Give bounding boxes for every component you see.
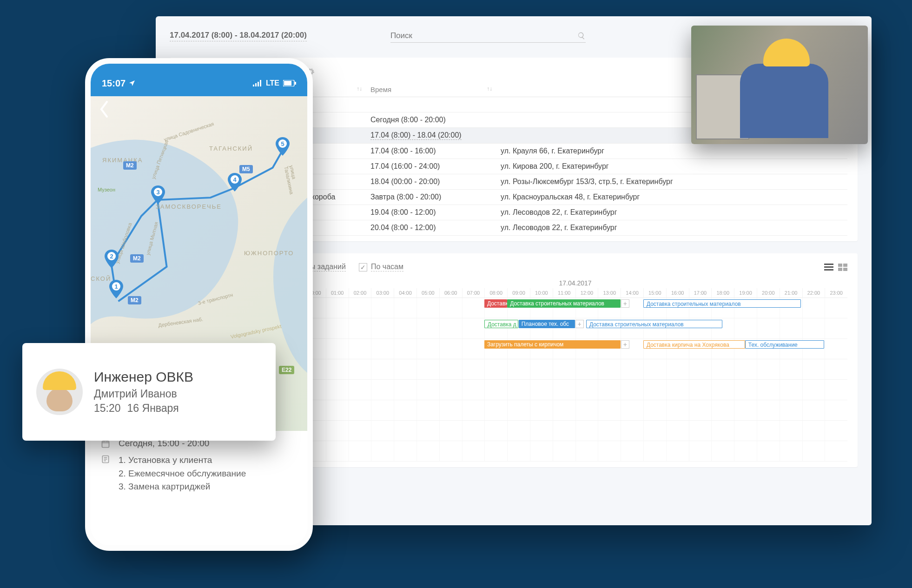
svg-text:1: 1 — [114, 283, 118, 290]
sort-icon[interactable]: ↑↓ — [357, 86, 362, 93]
location-arrow-icon — [128, 79, 136, 87]
gantt-row[interactable]: Доставка дПлановое тех. обсДоставка стро… — [303, 318, 847, 339]
add-task-button[interactable]: + — [621, 299, 629, 308]
search-input[interactable] — [390, 29, 577, 42]
date-range-picker[interactable]: 17.04.2017 (8:00) - 18.04.2017 (20:00) — [170, 31, 307, 41]
engineer-role: Инженер ОВКВ — [94, 369, 193, 385]
gantt-bar[interactable]: Загрузить палеты с кирпичом — [484, 340, 621, 349]
checkbox-icon — [359, 263, 367, 271]
task-time: 17.04 (16:00 - 24:00) — [370, 162, 501, 171]
svg-rect-8 — [255, 83, 257, 86]
svg-rect-9 — [258, 82, 259, 86]
poi-label: Музеон — [98, 187, 115, 192]
task-address: ул. Крауля 66, г. Екатеринбург — [501, 147, 843, 155]
search-icon — [577, 32, 586, 40]
add-task-button[interactable]: + — [575, 320, 584, 328]
hour-cell: 13:00 — [598, 288, 621, 297]
hour-cell: 07:00 — [462, 288, 485, 297]
district-label: ТАГАНСКИЙ — [209, 145, 253, 152]
hour-cell: 14:00 — [621, 288, 643, 297]
col-time-header[interactable]: Время — [370, 86, 391, 93]
timeline-date: 17.04.2017 — [303, 278, 847, 288]
hour-cell: 10:00 — [530, 288, 553, 297]
svg-text:3: 3 — [156, 189, 159, 196]
signal-icon — [253, 80, 262, 86]
back-button[interactable] — [98, 100, 110, 120]
global-search[interactable] — [390, 29, 586, 43]
road-badge: М2 — [123, 161, 137, 170]
svg-rect-1 — [824, 266, 833, 268]
svg-rect-12 — [284, 81, 291, 86]
status-time: 15:07 — [102, 78, 126, 89]
gantt-bar[interactable]: Тех. обслуживание — [745, 340, 824, 349]
task-time: 17.04 (8:00) - 18.04 (20:00) — [370, 131, 501, 140]
engineer-datetime: 15:2016 Января — [94, 402, 193, 415]
road-badge: М5 — [239, 165, 253, 173]
grid-view-icon[interactable] — [838, 264, 847, 271]
gantt-bar[interactable]: Доставка д — [484, 320, 518, 328]
gantt-bar[interactable]: Доставка строительных материалов — [507, 299, 621, 308]
svg-rect-3 — [838, 264, 842, 267]
subtask: 3. Замена картриджей — [119, 480, 246, 494]
subtask: 2. Ежемесячное обслуживание — [119, 467, 246, 481]
svg-rect-0 — [824, 264, 833, 265]
gantt-bar[interactable]: Плановое тех. обс — [519, 320, 575, 328]
hour-cell: 21:00 — [780, 288, 802, 297]
map-pin[interactable]: 4 — [228, 173, 242, 192]
map-pin[interactable]: 5 — [276, 137, 290, 156]
hour-cell: 08:00 — [484, 288, 507, 297]
gantt-row-empty — [303, 400, 847, 421]
task-address: ул. Красноуральская 48, г. Екатеринбург — [501, 193, 843, 201]
engineer-name: Дмитрий Иванов — [94, 388, 193, 400]
hour-cell: 11:00 — [553, 288, 575, 297]
hour-cell: 04:00 — [394, 288, 416, 297]
task-time: Сегодня (8:00 - 20:00) — [370, 116, 501, 124]
map-pin[interactable]: 2 — [105, 250, 119, 268]
gantt-row-empty — [303, 441, 847, 462]
gantt-grid[interactable]: 17.04.2017 00:0001:0002:0003:0004:0005:0… — [303, 278, 847, 462]
district-label: ЗАМОСКВОРЕЧЬЕ — [156, 203, 222, 210]
hour-cell: 12:00 — [575, 288, 598, 297]
district-label: СКОЙ — [91, 275, 111, 282]
hour-cell: 18:00 — [711, 288, 734, 297]
phone-status-bar: 15:07 LTE — [91, 64, 307, 96]
task-address: ул. Розы-Люксембург 153/3, стр.5, г. Ека… — [501, 178, 843, 186]
district-label: ЯКИМАНКА — [102, 157, 143, 164]
task-address: ул. Кирова 200, г. Екатеринбург — [501, 162, 843, 171]
hourly-toggle[interactable]: По часам — [359, 263, 403, 271]
phone-mockup: 15:07 LTE ЯКИМАНКА ТАГАНСКИЙ ЗАМОСКВОРЕЧ… — [85, 58, 313, 551]
hour-cell: 09:00 — [507, 288, 530, 297]
gantt-bar[interactable]: Доставка строительных материалов — [643, 299, 801, 308]
list-view-icon[interactable] — [824, 264, 833, 271]
map-pin[interactable]: 1 — [109, 280, 123, 298]
map-pin[interactable]: 3 — [151, 185, 165, 204]
gantt-bar[interactable]: Доставка строительных материалов — [586, 320, 722, 328]
calendar-icon — [101, 439, 112, 451]
district-label: ЮЖНОПОРТО — [244, 250, 294, 257]
hour-cell: 22:00 — [802, 288, 825, 297]
task-address: ул. Лесоводов 22, г. Екатеринбург — [501, 208, 843, 217]
gantt-bar[interactable]: Доставка кирпича на Хохрякова — [643, 340, 745, 349]
add-task-button[interactable]: + — [621, 340, 629, 349]
gantt-bar[interactable]: Доставка — [484, 299, 507, 308]
hour-cell: 20:00 — [757, 288, 780, 297]
hour-cell: 01:00 — [326, 288, 349, 297]
hour-cell: 23:00 — [825, 288, 847, 297]
gantt-row[interactable]: ДоставкаДоставка строительных материалов… — [303, 298, 847, 318]
task-time: 19.04 (8:00 - 12:00) — [370, 208, 501, 217]
hour-cell: 16:00 — [666, 288, 689, 297]
road-badge: Е22 — [279, 366, 294, 374]
sort-icon[interactable]: ↑↓ — [487, 86, 492, 93]
gantt-row[interactable]: Загрузить палеты с кирпичомДоставка кирп… — [303, 339, 847, 359]
view-toggle — [824, 264, 847, 271]
gantt-row-empty — [303, 380, 847, 400]
engineer-card[interactable]: Инженер ОВКВ Дмитрий Иванов 15:2016 Янва… — [22, 343, 276, 441]
svg-rect-7 — [253, 85, 254, 86]
hour-cell: 06:00 — [439, 288, 462, 297]
road-badge: М2 — [128, 296, 141, 304]
hour-cell: 03:00 — [371, 288, 394, 297]
svg-text:4: 4 — [233, 176, 237, 183]
hour-cell: 02:00 — [349, 288, 371, 297]
battery-icon — [283, 80, 296, 86]
task-time: Завтра (8:00 - 20:00) — [370, 193, 501, 201]
